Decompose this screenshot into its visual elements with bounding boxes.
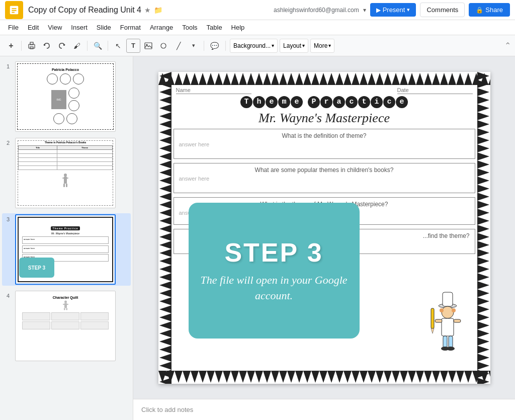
menu-arrange[interactable]: Arrange <box>146 23 177 32</box>
layout-arrow: ▾ <box>302 43 305 48</box>
present-button[interactable]: ▶ Present ▾ <box>370 3 416 17</box>
svg-rect-27 <box>158 370 490 384</box>
slide-num-3: 3 <box>4 216 12 222</box>
svg-rect-31 <box>476 72 490 384</box>
toolbar-left: + 🖌 🔍 ↖ T ╱ ▾ 💬 <box>4 39 221 53</box>
triangle-border-right <box>476 72 490 384</box>
slide-thumbnail-3[interactable]: 3 Theme Practice Mr. Wayne's Masterpiece… <box>2 213 131 286</box>
svg-point-36 <box>452 308 456 312</box>
svg-point-35 <box>440 308 444 312</box>
background-arrow: ▾ <box>272 43 274 48</box>
slide-canvas[interactable]: Name Date T h e m e P r <box>158 72 490 384</box>
svg-rect-3 <box>12 12 15 13</box>
triangle-border-top <box>158 72 490 86</box>
text-button[interactable]: T <box>126 39 140 53</box>
cursor-button[interactable]: ↖ <box>111 39 125 53</box>
question-2: What are some popular themes in children… <box>179 166 470 174</box>
svg-point-34 <box>442 306 454 318</box>
svg-rect-37 <box>442 318 454 336</box>
toolbar-sep-5 <box>225 41 226 51</box>
slide-num-4: 4 <box>4 293 12 299</box>
character-figure <box>420 288 465 354</box>
svg-rect-20 <box>63 304 65 305</box>
toolbar: + 🖌 🔍 ↖ T ╱ ▾ 💬 Background... ▾ Layou <box>0 35 515 56</box>
canvas-wrapper: Name Date T h e m e P r <box>133 56 515 399</box>
menu-format[interactable]: Format <box>116 23 145 32</box>
slide-thumbnail-2[interactable]: 2 Theme in Patricia Polacco's Books Titl… <box>2 137 131 209</box>
slide-thumb-3: Theme Practice Mr. Wayne's Masterpiece a… <box>15 214 116 285</box>
name-label: Name <box>176 87 251 94</box>
more-arrow: ▾ <box>328 43 331 48</box>
svg-rect-2 <box>12 10 16 11</box>
svg-rect-33 <box>443 292 453 306</box>
svg-point-11 <box>161 43 166 48</box>
slide-inner-content: Name Date T h e m e P r <box>174 87 475 369</box>
svg-rect-25 <box>158 72 490 86</box>
background-dropdown[interactable]: Background... ▾ <box>230 39 278 53</box>
triangle-border-left <box>158 72 173 384</box>
menu-file[interactable]: File <box>4 23 23 32</box>
toolbar-sep-3 <box>108 41 108 51</box>
slide-thumb-2: Theme in Patricia Polacco's Books Title … <box>15 138 116 208</box>
menu-edit[interactable]: Edit <box>24 23 43 32</box>
comments-button[interactable]: Comments <box>420 3 465 17</box>
folder-icon[interactable]: 📁 <box>154 6 162 14</box>
zoom-button[interactable]: 🔍 <box>91 39 105 53</box>
menu-tools[interactable]: Tools <box>178 23 201 32</box>
menu-slide[interactable]: Slide <box>93 23 115 32</box>
answer-box-1: What is the definition of theme? answer … <box>174 129 475 159</box>
redo-button[interactable] <box>55 39 69 53</box>
dropdown-arrow[interactable]: ▾ <box>363 7 366 14</box>
step3-description: The file will open in your Google accoun… <box>199 273 350 304</box>
paint-format-button[interactable]: 🖌 <box>70 39 84 53</box>
notes-area[interactable]: Click to add notes <box>133 399 515 420</box>
subtitle-text: Mr. Wayne's Masterpiece <box>174 111 475 126</box>
shape-button[interactable] <box>156 39 170 53</box>
slide-title-area: T h e m e P r a c t i c <box>174 96 475 126</box>
menu-insert[interactable]: Insert <box>67 23 92 32</box>
triangle-border-bottom <box>158 370 490 384</box>
layout-dropdown[interactable]: Layout ▾ <box>280 39 308 53</box>
share-button[interactable]: 🔒 Share <box>469 3 510 17</box>
comment-button[interactable]: 💬 <box>207 39 221 53</box>
menu-table[interactable]: Table <box>203 23 226 32</box>
svg-rect-22 <box>64 308 65 310</box>
line-button[interactable]: ╱ <box>171 39 186 53</box>
slide-panel: 1 Patricia Polacco IMG <box>0 56 133 420</box>
layout-label: Layout <box>283 42 301 49</box>
app-logo <box>5 1 23 19</box>
menu-view[interactable]: View <box>44 23 66 32</box>
doc-title-text[interactable]: Copy of Copy of Reading Unit 4 <box>28 6 141 15</box>
svg-point-18 <box>64 301 67 303</box>
notes-placeholder: Click to add notes <box>141 406 193 413</box>
svg-rect-9 <box>145 43 152 49</box>
more-shapes-button[interactable]: ▾ <box>187 39 201 53</box>
doc-title: Copy of Copy of Reading Unit 4 ★ 📁 <box>28 6 274 15</box>
slide-thumbnail-1[interactable]: 1 Patricia Polacco IMG <box>2 60 131 133</box>
svg-rect-29 <box>158 72 173 384</box>
add-button[interactable]: + <box>4 39 18 53</box>
svg-rect-19 <box>64 303 67 308</box>
print-button[interactable] <box>25 39 39 53</box>
toolbar-sep-2 <box>87 41 88 51</box>
slide-num-1: 1 <box>4 63 12 69</box>
collapse-button[interactable]: ⌃ <box>504 41 511 50</box>
svg-rect-1 <box>12 8 16 9</box>
slide-thumb-4: Character Quilt <box>15 291 116 361</box>
star-icon[interactable]: ★ <box>144 6 151 14</box>
background-label: Background... <box>233 42 271 49</box>
more-dropdown[interactable]: More ▾ <box>310 39 334 53</box>
menu-help[interactable]: Help <box>227 23 249 32</box>
step3-overlay: STEP 3 The file will open in your Google… <box>189 203 360 339</box>
slide-thumb-1: Patricia Polacco IMG <box>15 61 116 132</box>
svg-rect-38 <box>435 319 442 322</box>
slide-thumbnail-4[interactable]: 4 Character Quilt <box>2 290 131 362</box>
image-button[interactable] <box>141 39 155 53</box>
svg-marker-41 <box>431 328 434 333</box>
answer-placeholder-2: answer here <box>179 176 470 182</box>
undo-button[interactable] <box>40 39 54 53</box>
step3-title: STEP 3 <box>224 237 323 268</box>
top-bar: Copy of Copy of Reading Unit 4 ★ 📁 ashle… <box>0 0 515 20</box>
toolbar-sep-1 <box>21 41 22 51</box>
svg-rect-23 <box>66 308 67 310</box>
